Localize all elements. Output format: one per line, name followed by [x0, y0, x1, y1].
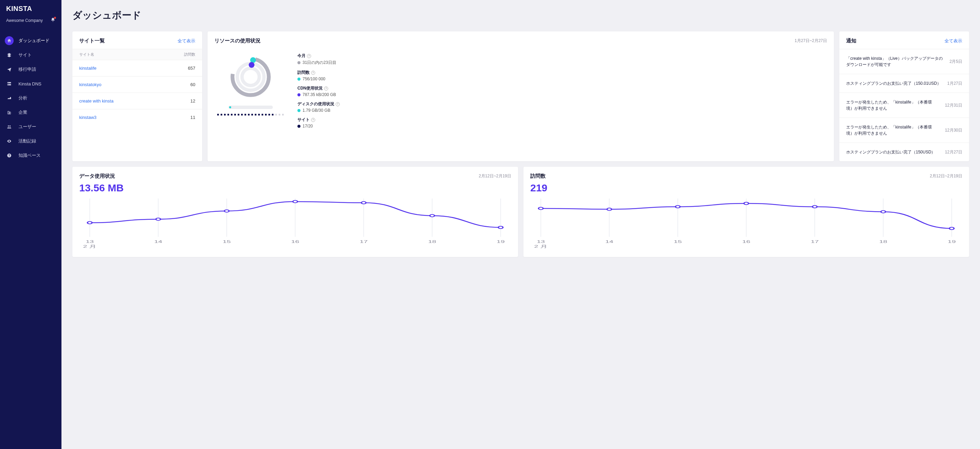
layers-icon	[5, 51, 14, 59]
main-content: ダッシュボード サイト一覧 全て表示 サイト名 訪問数 kinstalife65…	[62, 0, 980, 449]
help-icon	[5, 151, 14, 160]
svg-point-1	[8, 85, 8, 85]
resource-card-range: 1月27日~2月27日	[795, 38, 827, 44]
svg-text:14: 14	[154, 240, 162, 244]
sidebar-item-users[interactable]: ユーザー	[0, 120, 62, 134]
svg-point-40	[812, 206, 817, 208]
svg-text:16: 16	[291, 240, 299, 244]
data-usage-chart: 131415161718192 月	[72, 196, 518, 257]
sidebar-item-eye[interactable]: 活動記録	[0, 134, 62, 148]
metric-visits-label: 訪問数	[298, 70, 310, 75]
notification-badge-dot	[54, 17, 56, 19]
svg-text:19: 19	[948, 240, 956, 244]
sites-view-all-link[interactable]: 全て表示	[178, 38, 195, 44]
sites-usage-dots	[217, 114, 284, 115]
table-row: kinstaw311	[72, 109, 202, 125]
company-name: Awesome Company	[6, 18, 43, 23]
metric-month-val: 31日の内の23日目	[302, 60, 336, 66]
svg-point-20	[498, 226, 503, 228]
table-row: kinstatokyo60	[72, 77, 202, 93]
site-visits: 12	[191, 98, 195, 104]
info-icon[interactable]: ?	[307, 54, 311, 58]
sidebar-item-chart[interactable]: 分析	[0, 91, 62, 105]
svg-point-0	[8, 82, 8, 83]
site-visits: 657	[188, 66, 195, 71]
sidebar-item-label: ユーザー	[18, 124, 36, 130]
visits-title: 訪問数	[530, 173, 546, 179]
notifications-card: 通知 全て表示 「create with kinsta」（Live）バックアップ…	[839, 32, 969, 161]
site-link[interactable]: kinstatokyo	[79, 82, 191, 87]
notifications-bell-icon[interactable]	[51, 18, 55, 23]
dns-icon	[5, 79, 14, 88]
svg-text:14: 14	[605, 240, 614, 244]
sidebar-item-label: 活動記録	[18, 138, 36, 144]
notification-row[interactable]: エラーが発生したため、「kinstalife」（本番環境）が利用できません12月…	[839, 118, 969, 142]
svg-text:13: 13	[537, 240, 545, 244]
metric-month-label: 今月	[298, 53, 305, 59]
svg-point-15	[156, 218, 161, 221]
sites-col-name: サイト名	[79, 52, 184, 57]
svg-text:16: 16	[742, 240, 751, 244]
svg-point-4	[242, 68, 259, 85]
notification-date: 12月30日	[945, 128, 962, 133]
site-link[interactable]: kinstaw3	[79, 115, 191, 120]
sidebar-item-label: 分析	[18, 95, 27, 101]
svg-point-39	[744, 202, 749, 205]
notification-message: ホスティングプランのお支払い完了（150.01USD）	[846, 80, 942, 86]
svg-point-38	[675, 206, 680, 208]
disk-usage-bar	[228, 105, 273, 109]
svg-text:18: 18	[879, 240, 888, 244]
metric-visits-val: 756/100 000	[302, 77, 325, 81]
data-usage-range: 2月12日~2月19日	[479, 173, 511, 179]
svg-point-6	[248, 62, 255, 68]
sites-card: サイト一覧 全て表示 サイト名 訪問数 kinstalife657kinstat…	[72, 32, 202, 161]
sidebar-item-label: 知識ベース	[18, 152, 41, 158]
site-link[interactable]: kinstalife	[79, 66, 188, 71]
table-row: kinstalife657	[72, 60, 202, 77]
svg-text:17: 17	[811, 240, 819, 244]
brand-logo: KINSTA	[0, 5, 62, 16]
resource-card-title: リソースの使用状況	[215, 38, 261, 44]
notification-row[interactable]: 「create with kinsta」（Live）バックアップデータのダウンロ…	[839, 49, 969, 74]
notification-row[interactable]: エラーが発生したため、「kinstalife」（本番環境）が利用できません12月…	[839, 93, 969, 118]
users-icon	[5, 122, 14, 131]
svg-point-41	[881, 211, 886, 213]
sidebar-item-home[interactable]: ダッシュボード	[0, 34, 62, 48]
sidebar-item-help[interactable]: 知識ベース	[0, 148, 62, 163]
sites-col-visits: 訪問数	[184, 52, 195, 57]
nav-list: ダッシュボードサイト移行申請Kinsta DNS分析企業ユーザー活動記録知識ベー…	[0, 34, 62, 163]
sidebar-item-building[interactable]: 企業	[0, 105, 62, 120]
sidebar-item-dns[interactable]: Kinsta DNS	[0, 77, 62, 91]
svg-text:13: 13	[86, 240, 94, 244]
notification-message: 「create with kinsta」（Live）バックアップデータのダウンロ…	[846, 55, 944, 68]
notification-date: 2月5日	[950, 59, 962, 65]
svg-point-42	[949, 227, 954, 230]
sidebar: KINSTA Awesome Company ダッシュボードサイト移行申請Kin…	[0, 0, 62, 449]
sidebar-item-label: 移行申請	[18, 66, 36, 72]
svg-point-16	[224, 210, 229, 212]
info-icon[interactable]: ?	[324, 86, 328, 91]
notifications-view-all-link[interactable]: 全て表示	[945, 38, 962, 44]
sidebar-item-label: サイト	[18, 52, 32, 58]
building-icon	[5, 108, 14, 117]
sidebar-item-plane[interactable]: 移行申請	[0, 62, 62, 77]
info-icon[interactable]: ?	[311, 118, 315, 122]
notification-row[interactable]: ホスティングプランのお支払い完了（150.01USD）1月27日	[839, 74, 969, 93]
svg-text:19: 19	[496, 240, 505, 244]
sidebar-item-label: Kinsta DNS	[18, 81, 41, 86]
info-icon[interactable]: ?	[311, 71, 315, 75]
visits-chart-card: 訪問数 2月12日~2月19日 219 131415161718192 月	[523, 167, 969, 257]
metric-cdn-val: 787.35 kB/200 GB	[302, 92, 336, 97]
metric-disk-label: ディスクの使用状況	[298, 101, 334, 107]
resource-usage-card: リソースの使用状況 1月27日~2月27日	[208, 32, 834, 161]
svg-point-37	[607, 208, 612, 211]
svg-text:15: 15	[674, 240, 682, 244]
svg-point-36	[538, 207, 543, 209]
info-icon[interactable]: ?	[336, 102, 340, 106]
site-link[interactable]: create with kinsta	[79, 98, 191, 104]
sidebar-item-layers[interactable]: サイト	[0, 48, 62, 62]
site-visits: 60	[191, 82, 195, 87]
notification-row[interactable]: ホスティングプランのお支払い完了（150USD）12月27日	[839, 142, 969, 161]
site-visits: 11	[191, 115, 195, 120]
eye-icon	[5, 137, 14, 145]
